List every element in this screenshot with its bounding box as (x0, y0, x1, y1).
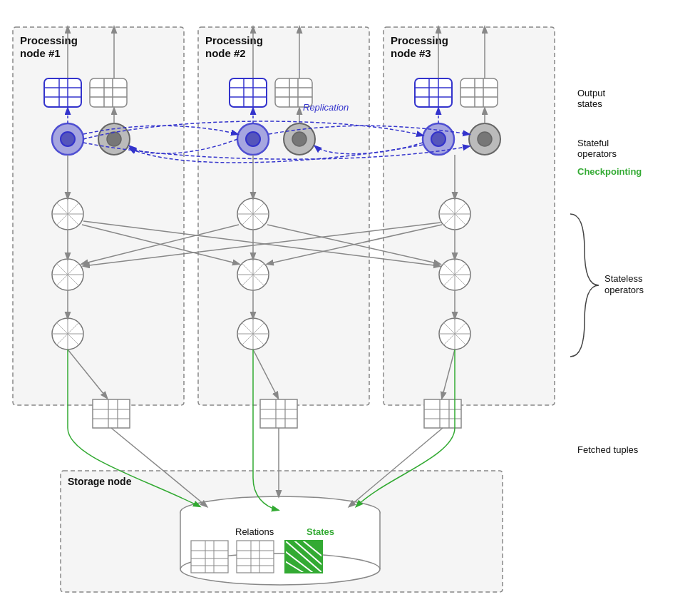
svg-rect-12 (44, 78, 81, 107)
svg-text:node #1: node #1 (20, 47, 61, 59)
relations-label: Relations (235, 526, 274, 537)
svg-rect-147 (191, 541, 228, 573)
svg-rect-22 (230, 78, 267, 107)
svg-point-54 (431, 132, 446, 146)
storage-node-label: Storage node (68, 476, 132, 487)
stateful-operators-label: Stateful (577, 138, 609, 148)
svg-point-52 (292, 132, 307, 146)
svg-text:operators: operators (604, 285, 644, 295)
states-label: States (307, 526, 334, 537)
svg-point-46 (61, 132, 75, 146)
svg-point-56 (478, 132, 492, 146)
svg-rect-37 (460, 78, 498, 107)
svg-rect-128 (260, 399, 297, 428)
svg-point-48 (107, 132, 121, 146)
svg-rect-123 (93, 399, 130, 428)
checkpointing-label: Checkpointing (577, 166, 642, 177)
stateless-operators-label: Stateless (604, 273, 643, 284)
output-states-label: Output (577, 88, 605, 98)
fetched-tuples-label: Fetched tuples (577, 444, 639, 455)
svg-point-50 (246, 132, 260, 146)
svg-rect-153 (237, 541, 274, 573)
node3-label: Processing (391, 34, 448, 46)
svg-rect-32 (415, 78, 452, 107)
replication-label: Replication (303, 102, 349, 113)
svg-text:states: states (577, 98, 602, 109)
svg-text:node #3: node #3 (391, 47, 431, 59)
svg-rect-133 (424, 399, 461, 428)
node2-label: Processing (205, 34, 263, 46)
node1-label: Processing (20, 34, 78, 46)
diagram-container: Processing node #1 Processing node #2 Pr… (0, 0, 700, 607)
svg-text:node #2: node #2 (205, 47, 246, 59)
svg-rect-17 (90, 78, 127, 107)
svg-text:operators: operators (577, 148, 617, 159)
